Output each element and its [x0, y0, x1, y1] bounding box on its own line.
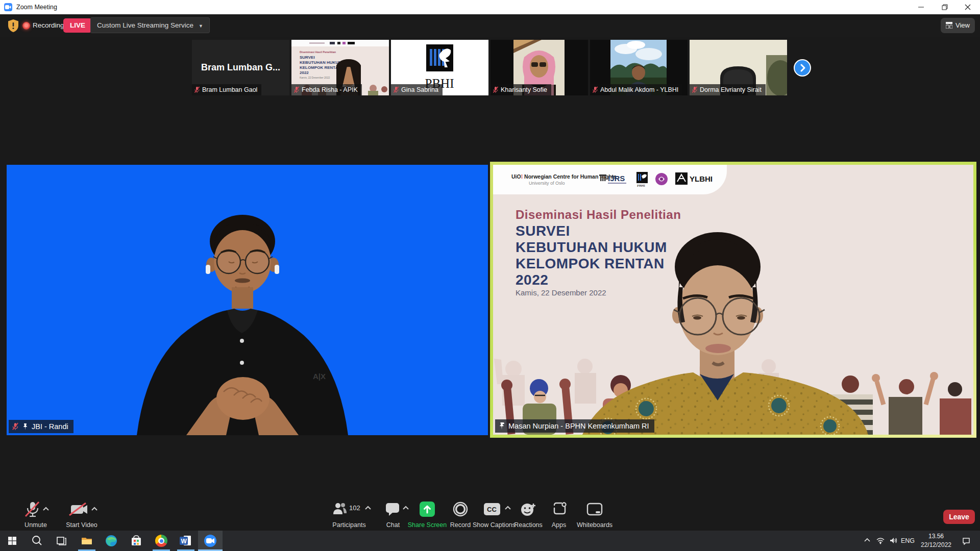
mic-off-icon [293, 86, 300, 93]
pbhi-small-logo: PBHI [635, 171, 649, 187]
mic-off-icon [692, 86, 698, 93]
ylbhi-logo: YLBHI [675, 171, 726, 187]
window-title: Zoom Meeting [16, 4, 57, 11]
minimize-button[interactable] [909, 0, 933, 14]
participant-label: Bram Lumban Gaol [192, 84, 261, 95]
slide-title-line: KEBUTUHAN HUKUM [516, 239, 667, 256]
participants-icon: 102 [324, 501, 375, 518]
svg-text:KELOMPOK RENTAN: KELOMPOK RENTAN [300, 65, 341, 70]
participant-label: Kharisanty Sofie [491, 84, 551, 95]
svg-text:SURVEI: SURVEI [300, 55, 315, 60]
windows-taskbar: W ENG 13.56 22/12/2022 [0, 531, 980, 551]
gallery-tile[interactable]: Abdul Malik Akdom - YLBHI [590, 40, 688, 95]
tray-chevron-icon[interactable] [864, 537, 871, 543]
svg-text:KEBUTUHAN HUKUM: KEBUTUHAN HUKUM [300, 60, 342, 65]
svg-text:A|X: A|X [313, 372, 326, 381]
participants-button[interactable]: 102 Participants [324, 501, 375, 520]
svg-text:CC: CC [487, 506, 497, 513]
wifi-icon[interactable] [876, 537, 885, 544]
leave-button[interactable]: Leave [943, 510, 975, 524]
microsoft-store-icon[interactable] [124, 531, 149, 551]
view-button[interactable]: View [941, 18, 975, 33]
clock[interactable]: 13.56 22/12/2022 [915, 532, 958, 549]
ijrs-logo: IJRS [598, 172, 629, 187]
gallery-tile[interactable]: PBHI Gina Sabrina [391, 40, 488, 95]
whiteboards-icon [572, 501, 618, 518]
next-arrow-icon [795, 60, 810, 76]
chrome-icon[interactable] [149, 531, 174, 551]
svg-text:2022: 2022 [300, 70, 309, 75]
slide-title-line: KELOMPOK RENTAN [516, 256, 665, 272]
svg-text:YLBHI: YLBHI [690, 174, 713, 183]
pin-icon [22, 423, 29, 431]
gallery-tile[interactable]: Kharisanty Sofie [491, 40, 588, 95]
slide-header-band: UiO⁞ Norwegian Centre for Human Rights U… [493, 165, 727, 194]
gallery-tile[interactable]: Dorma Elvrianty Sirait [690, 40, 787, 95]
svg-text:Diseminasi Hasil Penelitian: Diseminasi Hasil Penelitian [300, 51, 336, 54]
word-icon[interactable]: W [174, 531, 198, 551]
security-shield-icon[interactable] [7, 19, 19, 35]
gallery-tile[interactable]: Diseminasi Hasil Penelitian SURVEI KEBUT… [291, 40, 389, 95]
participant-label: Abdul Malik Akdom - YLBHI [590, 84, 682, 95]
recording-label: Recording [33, 21, 64, 29]
close-button[interactable] [956, 0, 979, 14]
zoom-app-icon [4, 3, 12, 11]
person-video: A|X [7, 165, 488, 435]
live-badge: LIVE [63, 18, 92, 33]
participant-label: Dorma Elvrianty Sirait [690, 84, 766, 95]
svg-text:PBHI: PBHI [637, 184, 646, 187]
svg-text:102: 102 [349, 504, 360, 512]
title-bar: Zoom Meeting [0, 0, 980, 14]
mic-off-icon [592, 86, 598, 93]
next-page-button[interactable] [794, 59, 811, 77]
mic-off-icon [194, 86, 200, 93]
slide-date: Kamis, 22 Desember 2022 [516, 288, 606, 297]
participant-label: Febda Risha - APIK [291, 84, 362, 95]
task-view-button[interactable] [49, 531, 74, 551]
recording-indicator-icon [22, 22, 30, 30]
language-indicator[interactable]: ENG [901, 537, 915, 544]
uio-sub: University of Oslo [529, 181, 565, 186]
participant-name-overlay: Bram Lumban G... [192, 62, 289, 73]
mic-off-icon [393, 86, 399, 93]
slide-title-line: SURVEI [516, 223, 570, 239]
camera-off-icon [65, 501, 99, 518]
video-tile-jbi[interactable]: A|X JBI - Randi [7, 165, 488, 435]
search-icon[interactable] [24, 531, 49, 551]
stream-service-dropdown[interactable]: Custom Live Streaming Service▼ [90, 17, 210, 33]
purple-logo [654, 171, 669, 187]
view-grid-icon [946, 19, 952, 34]
action-center-icon[interactable] [962, 537, 971, 545]
mic-off-icon [12, 422, 19, 431]
slide-subtitle: Diseminasi Hasil Penelitian [516, 208, 681, 222]
active-speaker-border: UiO⁞ Norwegian Centre for Human Rights U… [490, 162, 976, 438]
speaker-icon[interactable] [889, 537, 898, 544]
chevron-down-icon: ▼ [199, 18, 203, 34]
start-button[interactable] [0, 531, 24, 551]
svg-text:W: W [181, 538, 187, 545]
slide-title-line: 2022 [516, 272, 548, 288]
whiteboards-button[interactable]: Whiteboards [572, 501, 618, 520]
svg-text:IJRS: IJRS [608, 174, 625, 183]
zoom-taskbar-icon[interactable] [198, 531, 223, 551]
mic-off-icon [493, 86, 499, 93]
edge-browser-icon[interactable] [99, 531, 124, 551]
svg-text:Kamis, 22 Desember 2022: Kamis, 22 Desember 2022 [300, 76, 330, 79]
pin-icon [498, 422, 505, 430]
mic-muted-icon [21, 501, 50, 518]
start-video-button[interactable]: Start Video [54, 501, 110, 520]
person-video [493, 165, 973, 435]
meeting-controls: Unmute Start Video 102 Participants [0, 493, 980, 531]
participant-label: JBI - Randi [9, 420, 74, 433]
meeting-toolbar: Recording LIVE Custom Live Streaming Ser… [0, 14, 980, 37]
file-explorer-icon[interactable] [75, 531, 99, 551]
participant-label: Masan Nurpian - BPHN Kemenkumham RI [495, 419, 654, 433]
video-canvas: Bram Lumban G... Bram Lumban Gaol Disemi… [0, 37, 980, 531]
video-tile-masan[interactable]: UiO⁞ Norwegian Centre for Human Rights U… [493, 165, 973, 435]
participant-label: Gina Sabrina [391, 84, 443, 95]
restore-button[interactable] [933, 0, 956, 14]
gallery-tile[interactable]: Bram Lumban G... Bram Lumban Gaol [192, 40, 289, 95]
